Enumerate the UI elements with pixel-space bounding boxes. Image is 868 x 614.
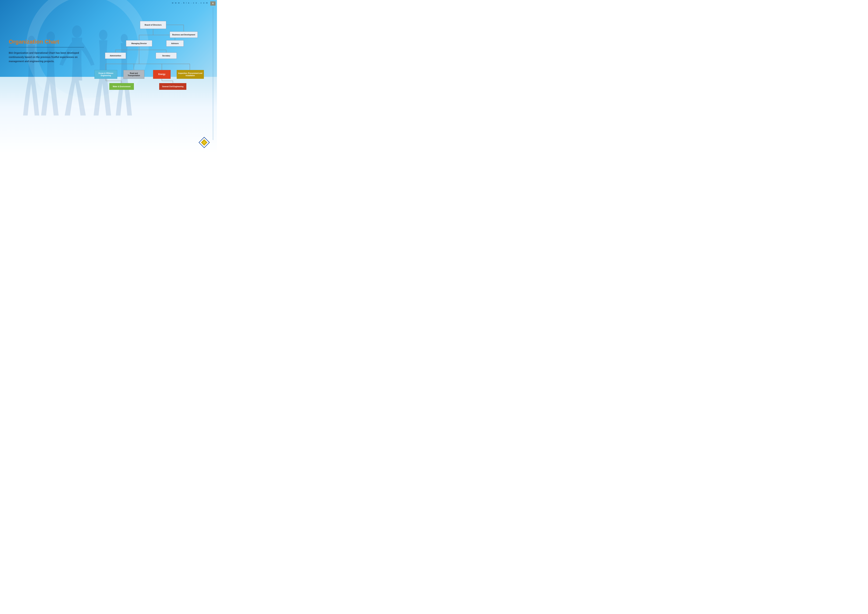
box-board-of-directors: Board of Directors — [140, 21, 166, 29]
box-business-development: Business and Development — [170, 31, 198, 38]
box-ocean-offshore: Ocean & Offshore Engineering — [95, 70, 117, 79]
box-advisors: Advisors — [166, 40, 184, 47]
energy-label: Energy — [158, 73, 166, 76]
general-label: General Civil Engineering — [162, 85, 183, 88]
box-inspection: Inspection, Procurement and Installation — [177, 70, 204, 79]
board-label: Board of Directors — [145, 23, 162, 26]
managing-label: Managing Director — [132, 42, 147, 45]
inspection-label: Inspection, Procurement and Installation — [178, 72, 203, 77]
business-label: Business and Development — [172, 34, 195, 36]
left-content: Organization Chart BIA Organization and … — [9, 39, 84, 64]
org-chart: Board of Directors Business and Developm… — [91, 17, 210, 122]
logo-svg — [198, 137, 210, 148]
secretary-label: Secratary — [162, 54, 170, 57]
road-label: Road and Transportation — [125, 72, 143, 77]
box-water-environment: Water & Environment — [109, 83, 134, 90]
box-road-transportation: Road and Transportation — [123, 70, 144, 79]
website-url: w w w . b i a - c o . c o m — [172, 2, 208, 4]
box-administration: Administrtion — [105, 53, 126, 59]
page-description: BIA Organization and Operational Chart h… — [9, 51, 84, 64]
box-general-civil: General Civil Engineering — [159, 83, 186, 90]
box-energy: Energy — [153, 70, 170, 79]
water-label: Water & Environment — [113, 85, 130, 88]
company-logo — [198, 137, 210, 148]
svg-point-0 — [72, 25, 82, 38]
admin-label: Administrtion — [110, 54, 121, 57]
advisors-label: Advisors — [171, 42, 179, 45]
right-border-line — [213, 7, 213, 140]
box-managing-director: Managing Director — [126, 40, 152, 47]
page-title: Organization Chart — [9, 39, 84, 45]
header: w w w . b i a - c o . c o m — [161, 0, 217, 6]
ocean-label: Ocean & Offshore Engineering — [96, 72, 116, 77]
box-secretary: Secratary — [156, 53, 177, 59]
